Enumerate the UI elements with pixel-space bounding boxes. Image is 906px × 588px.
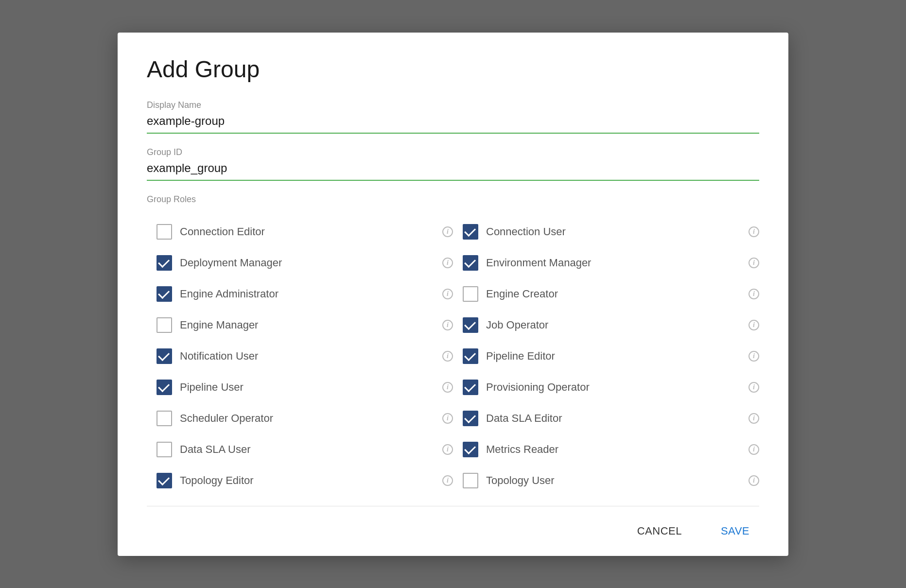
checkbox-engine-administrator[interactable] [157, 286, 172, 302]
role-item-environment-manager[interactable]: Environment Manager i [453, 247, 759, 278]
info-icon-deployment-manager[interactable]: i [442, 258, 453, 268]
info-icon-connection-editor[interactable]: i [442, 226, 453, 237]
role-item-engine-creator[interactable]: Engine Creator i [453, 278, 759, 310]
role-name-connection-editor: Connection Editor [180, 225, 435, 238]
add-group-dialog: Add Group Display Name example-group Gro… [118, 33, 788, 556]
role-item-engine-manager[interactable]: Engine Manager i [147, 310, 453, 341]
checkbox-pipeline-editor[interactable] [463, 348, 478, 364]
checkbox-topology-user[interactable] [463, 473, 478, 488]
role-item-data-sla-editor[interactable]: Data SLA Editor i [453, 403, 759, 434]
role-item-provisioning-operator[interactable]: Provisioning Operator i [453, 372, 759, 403]
info-icon-scheduler-operator[interactable]: i [442, 413, 453, 424]
info-icon-pipeline-user[interactable]: i [442, 382, 453, 393]
dialog-title: Add Group [147, 56, 759, 83]
role-item-deployment-manager[interactable]: Deployment Manager i [147, 247, 453, 278]
role-item-pipeline-editor[interactable]: Pipeline Editor i [453, 341, 759, 372]
dialog-footer: CANCEL SAVE [147, 506, 759, 556]
info-icon-topology-user[interactable]: i [749, 475, 759, 486]
checkbox-connection-editor[interactable] [157, 224, 172, 240]
role-name-notification-user: Notification User [180, 350, 435, 363]
info-icon-engine-creator[interactable]: i [749, 289, 759, 299]
role-name-engine-creator: Engine Creator [486, 288, 741, 300]
checkbox-topology-editor[interactable] [157, 473, 172, 488]
info-icon-data-sla-user[interactable]: i [442, 444, 453, 455]
role-item-scheduler-operator[interactable]: Scheduler Operator i [147, 403, 453, 434]
role-item-data-sla-user[interactable]: Data SLA User i [147, 434, 453, 465]
checkbox-notification-user[interactable] [157, 348, 172, 364]
role-name-connection-user: Connection User [486, 225, 741, 238]
role-name-topology-editor: Topology Editor [180, 474, 435, 487]
checkbox-connection-user[interactable] [463, 224, 478, 240]
checkbox-metrics-reader[interactable] [463, 442, 478, 457]
checkbox-engine-manager[interactable] [157, 317, 172, 333]
info-icon-engine-administrator[interactable]: i [442, 289, 453, 299]
role-item-pipeline-user[interactable]: Pipeline User i [147, 372, 453, 403]
role-item-connection-editor[interactable]: Connection Editor i [147, 216, 453, 247]
role-name-environment-manager: Environment Manager [486, 257, 741, 269]
role-item-connection-user[interactable]: Connection User i [453, 216, 759, 247]
info-icon-notification-user[interactable]: i [442, 351, 453, 362]
role-name-provisioning-operator: Provisioning Operator [486, 381, 741, 394]
group-roles-label: Group Roles [147, 194, 759, 205]
role-item-topology-editor[interactable]: Topology Editor i [147, 465, 453, 496]
role-item-metrics-reader[interactable]: Metrics Reader i [453, 434, 759, 465]
role-item-job-operator[interactable]: Job Operator i [453, 310, 759, 341]
role-name-pipeline-user: Pipeline User [180, 381, 435, 394]
role-name-scheduler-operator: Scheduler Operator [180, 412, 435, 425]
role-name-data-sla-user: Data SLA User [180, 443, 435, 456]
roles-grid: Connection Editor i Connection User i De… [147, 216, 759, 496]
checkbox-provisioning-operator[interactable] [463, 380, 478, 395]
info-icon-provisioning-operator[interactable]: i [749, 382, 759, 393]
checkbox-data-sla-editor[interactable] [463, 411, 478, 426]
checkbox-scheduler-operator[interactable] [157, 411, 172, 426]
role-item-topology-user[interactable]: Topology User i [453, 465, 759, 496]
info-icon-engine-manager[interactable]: i [442, 320, 453, 330]
save-button[interactable]: SAVE [711, 520, 759, 542]
checkbox-deployment-manager[interactable] [157, 255, 172, 271]
role-name-pipeline-editor: Pipeline Editor [486, 350, 741, 363]
cancel-button[interactable]: CANCEL [627, 520, 692, 542]
role-item-engine-administrator[interactable]: Engine Administrator i [147, 278, 453, 310]
info-icon-data-sla-editor[interactable]: i [749, 413, 759, 424]
group-id-value: example_group [147, 161, 759, 181]
role-item-notification-user[interactable]: Notification User i [147, 341, 453, 372]
info-icon-metrics-reader[interactable]: i [749, 444, 759, 455]
role-name-engine-administrator: Engine Administrator [180, 288, 435, 300]
info-icon-job-operator[interactable]: i [749, 320, 759, 330]
role-name-topology-user: Topology User [486, 474, 741, 487]
info-icon-connection-user[interactable]: i [749, 226, 759, 237]
role-name-job-operator: Job Operator [486, 319, 741, 331]
display-name-value: example-group [147, 114, 759, 134]
role-name-data-sla-editor: Data SLA Editor [486, 412, 741, 425]
role-name-engine-manager: Engine Manager [180, 319, 435, 331]
role-name-metrics-reader: Metrics Reader [486, 443, 741, 456]
info-icon-pipeline-editor[interactable]: i [749, 351, 759, 362]
info-icon-topology-editor[interactable]: i [442, 475, 453, 486]
checkbox-environment-manager[interactable] [463, 255, 478, 271]
checkbox-job-operator[interactable] [463, 317, 478, 333]
checkbox-engine-creator[interactable] [463, 286, 478, 302]
display-name-label: Display Name [147, 100, 759, 110]
info-icon-environment-manager[interactable]: i [749, 258, 759, 268]
checkbox-pipeline-user[interactable] [157, 380, 172, 395]
checkbox-data-sla-user[interactable] [157, 442, 172, 457]
role-name-deployment-manager: Deployment Manager [180, 257, 435, 269]
group-id-label: Group ID [147, 147, 759, 157]
